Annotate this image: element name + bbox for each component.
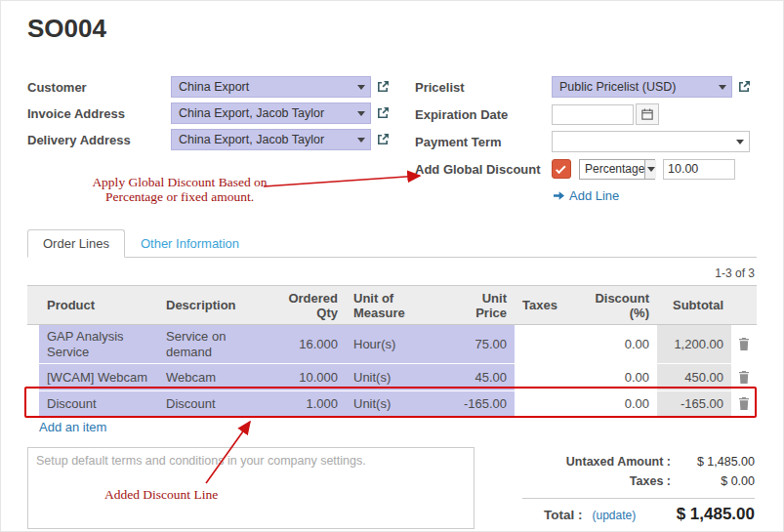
page-title: SO004: [27, 14, 106, 44]
trash-icon[interactable]: [731, 397, 757, 410]
discount-type-value: Percentage: [585, 162, 644, 176]
cell-unit-price[interactable]: -165.00: [441, 391, 515, 417]
cell-product[interactable]: [WCAM] Webcam: [39, 364, 158, 391]
col-header-subtotal[interactable]: Subtotal: [657, 286, 731, 325]
cell-subtotal: 1,200.00: [657, 325, 731, 364]
order-lines-table: Product Description Ordered Qty Unit of …: [27, 285, 757, 417]
cell-unit-price[interactable]: 45.00: [441, 364, 515, 391]
discount-amount-input[interactable]: [663, 159, 735, 180]
tab-other-information[interactable]: Other Information: [125, 229, 255, 258]
discount-type-select[interactable]: Percentage: [579, 159, 655, 180]
pricelist-label: Pricelist: [415, 80, 552, 95]
chevron-down-icon[interactable]: [355, 85, 366, 90]
cell-subtotal: 450.00: [657, 364, 731, 391]
payment-term-select[interactable]: [552, 131, 750, 152]
table-row: [WCAM] Webcam Webcam 10.000 Unit(s) 45.0…: [27, 364, 757, 391]
notebook-tabs: Order Lines Other Information: [27, 231, 757, 258]
global-discount-label: Add Global Discount: [415, 162, 552, 177]
global-discount-checkbox[interactable]: [552, 159, 571, 179]
delete-row-button[interactable]: [731, 391, 757, 417]
pricelist-value: Public Pricelist (USD): [559, 80, 717, 94]
cell-taxes[interactable]: [515, 391, 575, 417]
expiration-date-label: Expiration Date: [415, 107, 552, 122]
form-right-column: Pricelist Public Pricelist (USD) Expirat…: [415, 76, 759, 205]
col-header-taxes[interactable]: Taxes: [515, 286, 575, 325]
untaxed-amount-value: $ 1,485.00: [671, 455, 755, 469]
delivery-address-value: China Export, Jacob Taylor: [179, 133, 355, 146]
trash-icon[interactable]: [731, 371, 757, 384]
external-link-icon[interactable]: [376, 80, 390, 94]
cell-uom[interactable]: Hour(s): [346, 325, 441, 364]
terms-textarea[interactable]: [27, 447, 475, 529]
delivery-address-select[interactable]: China Export, Jacob Taylor: [171, 129, 371, 150]
table-row: GAP Analysis Service Service on demand 1…: [27, 325, 757, 364]
taxes-value: $ 0.00: [671, 474, 755, 488]
tab-order-lines[interactable]: Order Lines: [27, 229, 125, 258]
chevron-down-icon[interactable]: [734, 140, 745, 144]
cell-discount[interactable]: 0.00: [575, 391, 657, 417]
pricelist-select[interactable]: Public Pricelist (USD): [552, 76, 732, 98]
cell-subtotal: -165.00: [657, 391, 731, 417]
untaxed-amount-label: Untaxed Amount :: [522, 455, 671, 469]
customer-select[interactable]: China Export: [171, 76, 371, 98]
cell-uom[interactable]: Unit(s): [346, 364, 441, 391]
delete-row-button[interactable]: [731, 364, 757, 391]
form-left-column: Customer China Export Invoice Address Ch…: [27, 76, 393, 155]
add-line-button[interactable]: Add Line: [554, 188, 619, 203]
add-an-item-link[interactable]: Add an item: [39, 420, 106, 434]
payment-term-label: Payment Term: [415, 135, 552, 149]
external-link-icon[interactable]: [376, 106, 390, 120]
external-link-icon[interactable]: [376, 133, 390, 146]
cell-qty[interactable]: 10.000: [263, 364, 346, 391]
external-link-icon[interactable]: [737, 80, 751, 94]
row-handle: [27, 391, 39, 417]
customer-label: Customer: [27, 80, 171, 95]
cell-qty[interactable]: 16.000: [263, 325, 346, 364]
col-header-discount[interactable]: Discount (%): [575, 286, 657, 325]
cell-uom[interactable]: Unit(s): [346, 391, 441, 417]
cell-taxes[interactable]: [515, 364, 575, 391]
annotation-global-discount: Apply Global Discount Based on Percentag…: [86, 175, 273, 204]
cell-discount[interactable]: 0.00: [575, 325, 657, 364]
cell-product[interactable]: Discount: [39, 391, 158, 417]
col-header-description[interactable]: Description: [158, 286, 263, 325]
invoice-address-label: Invoice Address: [27, 106, 171, 121]
col-header-qty[interactable]: Ordered Qty: [263, 286, 346, 325]
cell-taxes[interactable]: [515, 325, 575, 364]
pager: 1-3 of 3: [715, 266, 755, 280]
calendar-icon[interactable]: [636, 103, 659, 125]
check-icon: [556, 163, 566, 174]
annotation-discount-line: Added Discount Line: [104, 487, 218, 502]
delivery-address-label: Delivery Address: [27, 133, 171, 147]
cell-product[interactable]: GAP Analysis Service: [39, 325, 158, 364]
chevron-down-icon[interactable]: [355, 111, 366, 116]
arrow-right-icon: [554, 190, 564, 201]
delete-row-button[interactable]: [731, 325, 757, 364]
table-row-discount: Discount Discount 1.000 Unit(s) -165.00 …: [27, 391, 757, 417]
taxes-label: Taxes :: [522, 474, 671, 488]
chevron-down-icon[interactable]: [355, 138, 366, 143]
table-header-row: Product Description Ordered Qty Unit of …: [27, 286, 757, 325]
cell-unit-price[interactable]: 75.00: [441, 325, 515, 364]
invoice-address-select[interactable]: China Export, Jacob Taylor: [171, 102, 371, 124]
totals-summary: Untaxed Amount : $ 1,485.00 Taxes : $ 0.…: [522, 452, 755, 524]
customer-value: China Export: [179, 80, 355, 94]
chevron-down-icon[interactable]: [644, 160, 656, 179]
row-handle: [27, 364, 39, 391]
cell-discount[interactable]: 0.00: [575, 364, 657, 391]
col-header-product[interactable]: Product: [39, 286, 158, 325]
cell-description[interactable]: Service on demand: [158, 325, 263, 364]
cell-description[interactable]: Discount: [158, 391, 263, 417]
chevron-down-icon[interactable]: [717, 85, 727, 90]
expiration-date-input[interactable]: [552, 104, 634, 125]
col-header-unit-price[interactable]: Unit Price: [441, 286, 515, 325]
col-header-delete: [731, 286, 757, 325]
row-handle: [27, 325, 39, 364]
total-label: Total :: [544, 508, 583, 522]
col-header-uom[interactable]: Unit of Measure: [346, 286, 441, 325]
trash-icon[interactable]: [731, 338, 757, 350]
total-value: $ 1,485.00: [636, 505, 755, 524]
cell-qty[interactable]: 1.000: [263, 391, 346, 417]
update-total-link[interactable]: (update): [593, 509, 637, 522]
cell-description[interactable]: Webcam: [158, 364, 263, 391]
